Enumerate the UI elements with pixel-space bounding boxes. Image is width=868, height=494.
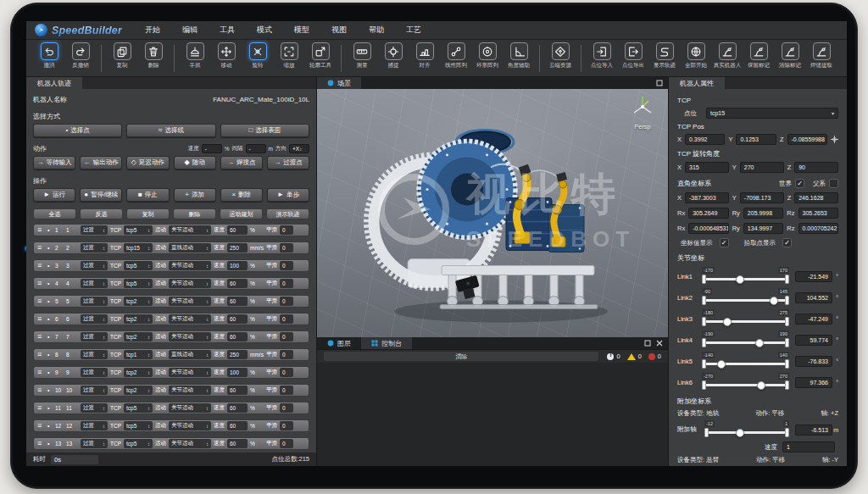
toolbar-ruler-button-3-0[interactable]: 测量 xyxy=(347,42,377,69)
menu-item-1[interactable]: 编辑 xyxy=(171,25,209,36)
console-output[interactable] xyxy=(317,363,668,466)
cart-rz2-input[interactable]: 0.000705242 xyxy=(798,223,839,234)
table-button-5[interactable]: 演示轨迹 xyxy=(266,208,309,219)
toolbar-ring-array-button-3-4[interactable]: 环形阵列 xyxy=(472,42,503,69)
row-speed-input-7[interactable]: 250 xyxy=(227,350,248,359)
row-drag-handle[interactable]: ≡ xyxy=(37,422,45,430)
joint-link1-slider[interactable]: -170170 xyxy=(702,266,789,286)
console-filter-warn[interactable]: 0 xyxy=(627,352,642,360)
tab-scene[interactable]: 场景 xyxy=(317,77,361,89)
row-filter-select-0[interactable]: 过渡↕ xyxy=(81,225,108,235)
row-tcp-select-10[interactable]: tcp5↕ xyxy=(124,403,153,413)
action-button-2[interactable]: ◇延迟动作 xyxy=(126,156,169,169)
row-tcp-select-1[interactable]: tcp15↕ xyxy=(124,243,153,253)
console-clear-button[interactable]: 清除 xyxy=(324,352,598,361)
toolbar-robot-arm-button-5-4[interactable]: 真实机器人 xyxy=(712,42,743,69)
row-drag-handle[interactable]: ≡ xyxy=(37,262,45,269)
operate-button-4[interactable]: ×删除 xyxy=(220,188,263,202)
action-button-3[interactable]: ◆随动 xyxy=(174,156,216,169)
joint-link6-slider[interactable]: -270270 xyxy=(702,372,789,392)
row-motion-select-4[interactable]: 关节运动↕ xyxy=(169,297,211,306)
row-speed-input-6[interactable]: 60 xyxy=(227,332,248,341)
select-mode-button-0[interactable]: •选择点 xyxy=(33,124,122,137)
toolbar-undo-button-0-0[interactable]: 撤消 xyxy=(34,42,64,69)
row-motion-select-2[interactable]: 关节运动↕ xyxy=(169,261,211,270)
joint-link6-knob[interactable] xyxy=(757,381,765,390)
tcp-rot-x-input[interactable]: 315 xyxy=(685,162,729,173)
tcp-pick-icon[interactable] xyxy=(831,136,838,143)
row-filter-select-5[interactable]: 过渡↕ xyxy=(81,314,108,324)
joint-link3-value[interactable]: -47.249 xyxy=(795,314,832,325)
joint-link3-slider[interactable]: -180275 xyxy=(702,308,789,329)
row-tcp-select-0[interactable]: tcp5↕ xyxy=(124,225,153,235)
extra-axis-slider[interactable]: -121 xyxy=(704,419,789,440)
trajectory-row-9[interactable]: ≡•99过渡↕TCPtcp2↕运动关节运动↕速度100%平滑0 xyxy=(33,366,309,379)
row-smooth-input-6[interactable]: 0 xyxy=(280,332,293,341)
table-button-3[interactable]: 删除 xyxy=(173,208,216,219)
row-tcp-select-7[interactable]: tcp1↕ xyxy=(124,350,153,359)
row-filter-select-3[interactable]: 过渡↕ xyxy=(81,279,108,288)
row-speed-input-2[interactable]: 100 xyxy=(227,261,248,270)
toolbar-rotate-button-2-2[interactable]: 旋转 xyxy=(242,42,273,69)
row-tcp-select-3[interactable]: tcp5↕ xyxy=(124,279,153,288)
joint-link3-knob[interactable] xyxy=(723,318,732,326)
extra-axis-knob[interactable] xyxy=(736,429,744,437)
row-motion-select-7[interactable]: 直线运动↕ xyxy=(169,350,211,359)
row-filter-select-9[interactable]: 过渡↕ xyxy=(81,386,108,395)
toolbar-corners-button-2-3[interactable]: 缩放 xyxy=(274,42,304,69)
console-filter-info[interactable]: 0 xyxy=(607,352,620,360)
select-mode-button-2[interactable]: □选择表面 xyxy=(220,124,309,137)
toolbar-robot-arm-button-5-7[interactable]: 焊缝提取 xyxy=(806,42,837,69)
row-motion-select-6[interactable]: 关节运动↕ xyxy=(169,332,211,341)
row-speed-input-4[interactable]: 60 xyxy=(227,297,248,306)
row-motion-select-8[interactable]: 关节运动↕ xyxy=(169,368,211,377)
row-speed-input-12[interactable]: 60 xyxy=(227,439,248,448)
extra-speed-input[interactable]: 1 xyxy=(782,441,835,452)
row-smooth-input-9[interactable]: 0 xyxy=(280,386,293,395)
row-speed-input-0[interactable]: 60 xyxy=(227,225,248,235)
toolbar-move-button-2-1[interactable]: 移动 xyxy=(211,42,242,69)
row-smooth-input-0[interactable]: 0 xyxy=(280,225,293,235)
tcp-pos-y-input[interactable]: 0.1253 xyxy=(736,134,776,145)
operate-button-0[interactable]: ►运行 xyxy=(33,188,75,202)
gap-param-input[interactable]: - xyxy=(246,144,266,153)
row-filter-select-11[interactable]: 过渡↕ xyxy=(81,421,108,430)
toolbar-import-button-5-0[interactable]: 点位导入 xyxy=(587,42,617,69)
joint-link2-value[interactable]: 104.552 xyxy=(795,292,832,303)
row-smooth-input-7[interactable]: 0 xyxy=(280,350,293,359)
row-drag-handle[interactable]: ≡ xyxy=(37,440,45,447)
joint-link4-knob[interactable] xyxy=(755,339,764,347)
parent-checkbox[interactable] xyxy=(829,179,838,188)
row-speed-input-9[interactable]: 60 xyxy=(227,386,248,395)
trajectory-row-12[interactable]: ≡•1212过渡↕TCPtcp5↕运动关节运动↕速度60%平滑0 xyxy=(33,419,309,432)
row-smooth-input-12[interactable]: 0 xyxy=(280,439,293,448)
joint-link1-knob[interactable] xyxy=(736,275,744,284)
row-drag-handle[interactable]: ≡ xyxy=(37,404,45,412)
row-speed-input-8[interactable]: 100 xyxy=(227,368,248,377)
table-button-0[interactable]: 全选 xyxy=(33,208,76,219)
tcp-rot-y-input[interactable]: 270 xyxy=(740,162,784,173)
toolbar-s-path-button-5-2[interactable]: 显示轨迹 xyxy=(649,42,680,69)
toolbar-linear-array-button-3-3[interactable]: 线性阵列 xyxy=(441,42,471,69)
table-button-4[interactable]: 运动规划 xyxy=(220,208,263,219)
row-tcp-select-11[interactable]: tcp5↕ xyxy=(124,421,153,430)
row-tcp-select-9[interactable]: tcp2↕ xyxy=(124,386,153,395)
cart-ry2-input[interactable]: 134.9997 xyxy=(743,223,784,234)
row-tcp-select-12[interactable]: tcp5↕ xyxy=(124,439,153,448)
toolbar-export-button-5-1[interactable]: 点位导出 xyxy=(618,42,648,69)
row-motion-select-5[interactable]: 关节运动↕ xyxy=(169,314,211,324)
tab-robot-trajectory[interactable]: 机器人轨迹 xyxy=(26,77,82,89)
show-coord-checkbox[interactable]: ✓ xyxy=(720,238,729,247)
joint-link5-slider[interactable]: -140140 xyxy=(702,351,789,371)
row-speed-input-3[interactable]: 60 xyxy=(227,279,248,288)
tcp-rot-z-input[interactable]: 90 xyxy=(794,162,838,173)
row-filter-select-1[interactable]: 过渡↕ xyxy=(81,243,108,253)
row-motion-select-9[interactable]: 关节运动↕ xyxy=(169,386,211,395)
robot-model[interactable] xyxy=(317,89,668,337)
action-button-5[interactable]: →过渡点 xyxy=(267,156,309,169)
joint-link5-knob[interactable] xyxy=(717,360,726,369)
table-button-2[interactable]: 复制 xyxy=(126,208,170,219)
cart-y-input[interactable]: -7098.173 xyxy=(740,192,784,203)
extra-axis-value[interactable]: -6.513 xyxy=(795,425,832,436)
row-smooth-input-4[interactable]: 0 xyxy=(280,297,293,306)
